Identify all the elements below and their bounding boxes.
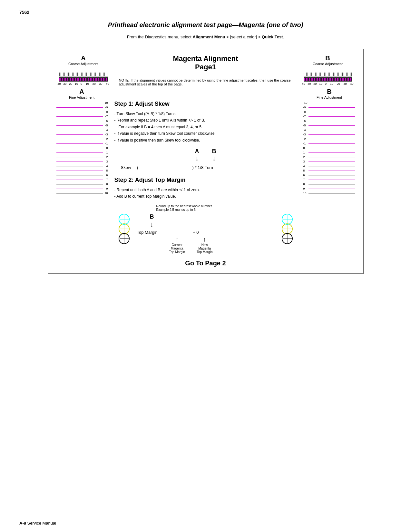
right-target: [278, 213, 297, 245]
current-up-arrow: ↑: [176, 236, 179, 243]
left-fine-label: A: [54, 88, 109, 95]
fine-item: 7: [56, 177, 108, 182]
fine-item: -1: [56, 141, 108, 146]
footer-text: Service Manual: [26, 521, 56, 526]
fine-item-r: 7: [303, 177, 355, 182]
up-arrow-labels: ↑ Current Magenta Top Margin ↑ New Magen…: [169, 236, 213, 254]
current-margin-label: Current Magenta Top Margin: [169, 243, 185, 254]
left-coarse-adj: A Coarse Adjustment: [54, 54, 113, 66]
right-fine-adj: B Fine Adjustment: [302, 88, 357, 99]
fine-item: 4: [56, 164, 108, 168]
ruler-right: 40 30 20 10 0 -10 -20 -30 -40: [299, 73, 357, 85]
left-fine-adj: A Fine Adjustment: [54, 88, 109, 99]
center-title-line2: Page1: [113, 63, 299, 71]
fine-item: 9: [56, 186, 108, 191]
fine-item: -2: [56, 137, 108, 141]
right-coarse-sublabel: Coarse Adjustment: [299, 62, 357, 66]
right-coarse-bar: [304, 77, 352, 82]
ruler-section: 40 30 20 10 0 -10 -20 -30 -40 NOTE: If t…: [54, 73, 357, 86]
a-arrow-down: ↓: [195, 155, 199, 162]
center-title-line1: Magenta Alignment: [113, 54, 299, 63]
right-coarse-label: B: [299, 54, 357, 62]
plus-zero: + 0 =: [193, 230, 202, 235]
a-arrow: A ↓: [195, 148, 199, 162]
left-fine-scale: -10 -9 -8 -7 -6 -5 -4 -3 -2 -1 0 1 2 3 4…: [54, 101, 109, 195]
left-coarse-sublabel: Coarse Adjustment: [54, 62, 113, 66]
fine-item-r: 4: [303, 164, 355, 168]
fine-item: 2: [56, 155, 108, 159]
left-tick-marks: [59, 73, 108, 76]
left-target: [114, 213, 134, 245]
step2-main-row: Round up to the nearest whole number. Ex…: [114, 204, 297, 254]
fine-item: -6: [56, 119, 108, 123]
b-arrow-group: B ↓: [150, 213, 154, 229]
fine-item-r: 1: [303, 150, 355, 155]
fine-item-r: -9: [303, 105, 355, 110]
fine-item: -5: [56, 123, 108, 128]
right-coarse-numbers: 40 30 20 10 0 -10 -20 -30 -40: [302, 82, 354, 85]
fine-item-r: 10: [303, 191, 355, 195]
fine-item-r: -7: [303, 114, 355, 119]
fine-item: -7: [56, 114, 108, 119]
step1-title: Step 1: Adjust Skew: [114, 101, 297, 107]
step2-title: Step 2: Adjust Top Margin: [114, 177, 297, 183]
page-number: 7562: [19, 10, 392, 15]
subtitle-suffix: .: [283, 34, 284, 39]
step1-instr-3: For example if B = 4 then A must equal 3…: [114, 124, 297, 130]
subtitle: From the Diagnostics menu, select Alignm…: [19, 34, 392, 39]
right-fine-scale: -10 -9 -8 -7 -6 -5 -4 -3 -2 -1 0 1 2 3 4…: [302, 101, 357, 195]
step1-instr-4: - If value is negative then turn Skew to…: [114, 130, 297, 137]
step1-instr-5: - If value is positive then turn Skew to…: [114, 137, 297, 143]
subtitle-bold1: Alignment Menu: [193, 34, 225, 39]
fine-item-r: 5: [303, 168, 355, 173]
new-up-arrow: ↑: [203, 236, 206, 243]
fine-item-r: 0: [303, 146, 355, 150]
step1-instructions: - Turn Skew Tool ((A-B) * 1/8) Turns - R…: [114, 111, 297, 143]
left-coarse-bar: [59, 77, 108, 82]
main-title: Printhead electronic alignment test page…: [19, 21, 392, 29]
fine-item: 1: [56, 150, 108, 155]
fine-item-r: 3: [303, 159, 355, 164]
fine-item-r: -2: [303, 137, 355, 141]
left-target-svg: [114, 213, 134, 245]
fine-item: -10: [56, 101, 108, 105]
fine-item-r: 6: [303, 173, 355, 177]
fine-item-r: -5: [303, 123, 355, 128]
b-step2-label: B: [150, 213, 154, 220]
center-title: Magenta Alignment Page1: [113, 54, 299, 71]
fine-item: -3: [56, 132, 108, 137]
step1-center: Step 1: Adjust Skew - Turn Skew Tool ((A…: [109, 101, 302, 267]
round-notes: Round up to the nearest whole number. Ex…: [156, 204, 213, 212]
a-label: A: [195, 148, 199, 155]
fine-item: 0: [56, 146, 108, 150]
fine-item: -8: [56, 110, 108, 114]
ab-arrows: A ↓ B ↓: [114, 148, 297, 162]
top-margin-blank: [164, 230, 190, 235]
fine-item-r: -6: [303, 119, 355, 123]
step2-instr-2: - Add B to current Top Margin value.: [114, 193, 297, 200]
note-text: NOTE: If the alignment values cannot be …: [119, 78, 291, 86]
b-arrow-down: ↓: [212, 155, 216, 162]
fine-step1-section: -10 -9 -8 -7 -6 -5 -4 -3 -2 -1 0 1 2 3 4…: [54, 101, 357, 267]
skew-close: ) * 1/8 Turn =: [192, 165, 219, 170]
current-margin-group: ↑ Current Magenta Top Margin: [169, 236, 185, 254]
skew-result: [220, 165, 249, 170]
ruler-center-note: NOTE: If the alignment values cannot be …: [113, 73, 299, 86]
footer-bold: A-8: [19, 521, 26, 526]
fine-item-r: -3: [303, 132, 355, 137]
ruler-left: 40 30 20 10 0 -10 -20 -30 -40: [54, 73, 113, 85]
diagram-box: A Coarse Adjustment Magenta Alignment Pa…: [48, 49, 364, 274]
go-to-page: Go To Page 2: [114, 260, 297, 267]
fine-item: 10: [56, 191, 108, 195]
b-arrow-down: ↓: [150, 220, 154, 229]
step1-instr-1: - Turn Skew Tool ((A-B) * 1/8) Turns: [114, 111, 297, 117]
right-target-svg: [278, 213, 297, 245]
fine-item-r: 8: [303, 182, 355, 186]
fine-item: 6: [56, 173, 108, 177]
skew-blank1: [140, 165, 162, 170]
fine-item: -9: [56, 105, 108, 110]
fine-item-r: 9: [303, 186, 355, 191]
fine-item: -4: [56, 128, 108, 132]
left-fine-sublabel: Fine Adjustment: [54, 95, 109, 99]
subtitle-prefix: From the Diagnostics menu, select: [127, 34, 193, 39]
